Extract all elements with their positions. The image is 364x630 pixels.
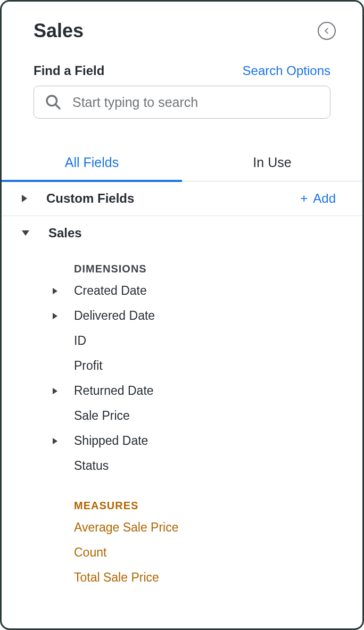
dimension-field[interactable]: Sale Price bbox=[2, 403, 362, 428]
custom-fields-label: Custom Fields bbox=[46, 191, 134, 206]
dimensions-list: Created DateDelivered DateIDProfitReturn… bbox=[2, 278, 362, 478]
plus-icon: + bbox=[300, 191, 308, 206]
caret-down-icon bbox=[22, 230, 29, 236]
collapse-button[interactable] bbox=[318, 22, 336, 40]
search-icon bbox=[45, 94, 62, 111]
measure-field[interactable]: Count bbox=[2, 540, 362, 565]
caret-right-icon bbox=[53, 313, 57, 319]
field-picker-panel: Sales Find a Field Search Options All Fi… bbox=[2, 2, 362, 590]
tabs: All Fields In Use bbox=[2, 145, 362, 181]
tab-in-use[interactable]: In Use bbox=[182, 145, 362, 181]
field-label: Sale Price bbox=[74, 409, 130, 423]
dimension-field[interactable]: Shipped Date bbox=[2, 428, 362, 453]
dimension-field[interactable]: Created Date bbox=[2, 278, 362, 303]
tab-all-fields[interactable]: All Fields bbox=[2, 145, 182, 182]
caret-right-icon bbox=[53, 288, 57, 294]
field-label: Total Sale Price bbox=[74, 570, 159, 585]
sales-section-header[interactable]: Sales bbox=[2, 216, 362, 250]
field-label: Average Sale Price bbox=[74, 520, 178, 535]
dimensions-heading: DIMENSIONS bbox=[2, 250, 362, 278]
field-label: Created Date bbox=[74, 284, 147, 298]
panel-header: Sales bbox=[2, 2, 362, 47]
panel-title: Sales bbox=[34, 20, 84, 42]
chevron-left-icon bbox=[323, 27, 330, 35]
field-label: Returned Date bbox=[74, 384, 154, 398]
dimension-field[interactable]: Profit bbox=[2, 353, 362, 378]
find-field-label: Find a Field bbox=[34, 63, 104, 78]
search-options-link[interactable]: Search Options bbox=[243, 63, 330, 78]
dimension-field[interactable]: ID bbox=[2, 328, 362, 353]
caret-slot bbox=[53, 388, 74, 394]
field-label: Shipped Date bbox=[74, 434, 148, 448]
measure-field[interactable]: Average Sale Price bbox=[2, 515, 362, 540]
field-label: ID bbox=[74, 334, 86, 348]
sales-section-label: Sales bbox=[48, 226, 82, 241]
search-section: Find a Field Search Options bbox=[2, 47, 362, 119]
add-label: Add bbox=[313, 191, 336, 206]
field-label: Delivered Date bbox=[74, 309, 155, 323]
measures-heading: MEASURES bbox=[2, 478, 362, 515]
dimension-field[interactable]: Returned Date bbox=[2, 378, 362, 403]
caret-right-icon bbox=[22, 195, 27, 202]
caret-right-icon bbox=[53, 438, 57, 444]
caret-slot bbox=[53, 313, 74, 319]
search-box[interactable] bbox=[34, 86, 330, 119]
svg-line-1 bbox=[55, 104, 60, 109]
dimension-field[interactable]: Status bbox=[2, 453, 362, 478]
caret-slot bbox=[53, 438, 74, 444]
caret-right-icon bbox=[53, 388, 57, 394]
caret-slot bbox=[53, 288, 74, 294]
field-label: Status bbox=[74, 459, 109, 473]
field-label: Count bbox=[74, 545, 106, 560]
add-custom-field-button[interactable]: + Add bbox=[300, 191, 336, 206]
custom-fields-section[interactable]: Custom Fields + Add bbox=[2, 181, 362, 216]
search-input[interactable] bbox=[72, 95, 319, 110]
dimension-field[interactable]: Delivered Date bbox=[2, 303, 362, 328]
measure-field[interactable]: Total Sale Price bbox=[2, 565, 362, 590]
search-labels: Find a Field Search Options bbox=[34, 63, 330, 78]
measures-list: Average Sale PriceCountTotal Sale Price bbox=[2, 515, 362, 590]
field-label: Profit bbox=[74, 359, 103, 373]
